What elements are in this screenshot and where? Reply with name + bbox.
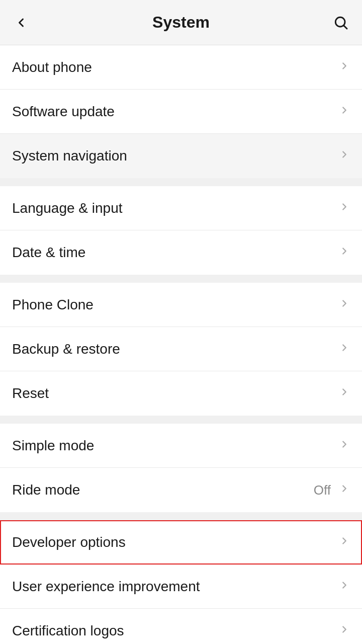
menu-label-system-navigation: System navigation xyxy=(12,148,127,164)
menu-label-user-experience: User experience improvement xyxy=(12,579,200,595)
menu-label-certification-logos: Certification logos xyxy=(12,623,124,639)
chevron-icon-software-update xyxy=(339,105,350,119)
menu-item-certification-logos[interactable]: Certification logos xyxy=(0,609,362,644)
divider-2 xyxy=(0,275,362,283)
menu-item-phone-clone[interactable]: Phone Clone xyxy=(0,283,362,327)
menu-label-backup-restore: Backup & restore xyxy=(12,341,120,357)
chevron-icon-phone-clone xyxy=(339,298,350,312)
section-4: Simple mode Ride mode Off xyxy=(0,424,362,512)
menu-label-language-input: Language & input xyxy=(12,200,123,216)
chevron-icon-backup-restore xyxy=(339,342,350,356)
menu-label-date-time: Date & time xyxy=(12,245,85,261)
chevron-icon-developer-options xyxy=(339,535,350,549)
menu-item-system-navigation[interactable]: System navigation xyxy=(0,134,362,178)
menu-label-software-update: Software update xyxy=(12,104,115,120)
chevron-icon-reset xyxy=(339,386,350,400)
menu-item-reset[interactable]: Reset xyxy=(0,371,362,416)
menu-label-ride-mode: Ride mode xyxy=(12,482,80,498)
menu-item-software-update[interactable]: Software update xyxy=(0,90,362,134)
chevron-icon-system-navigation xyxy=(339,149,350,163)
back-button[interactable] xyxy=(10,12,32,34)
menu-item-date-time[interactable]: Date & time xyxy=(0,230,362,275)
menu-item-about-phone[interactable]: About phone xyxy=(0,45,362,90)
chevron-icon-date-time xyxy=(339,246,350,260)
menu-item-ride-mode[interactable]: Ride mode Off xyxy=(0,468,362,512)
menu-item-backup-restore[interactable]: Backup & restore xyxy=(0,327,362,371)
section-3: Phone Clone Backup & restore xyxy=(0,283,362,416)
section-2: Language & input Date & time xyxy=(0,186,362,275)
menu-item-simple-mode[interactable]: Simple mode xyxy=(0,424,362,468)
chevron-icon-ride-mode xyxy=(339,483,350,497)
svg-line-1 xyxy=(344,26,347,29)
search-button[interactable] xyxy=(330,12,352,34)
menu-label-about-phone: About phone xyxy=(12,59,92,75)
menu-item-developer-options[interactable]: Developer options xyxy=(0,520,362,565)
ride-mode-value: Off xyxy=(314,482,331,498)
menu-item-language-input[interactable]: Language & input xyxy=(0,186,362,230)
page-title: System xyxy=(152,13,210,32)
chevron-icon-certification-logos xyxy=(339,624,350,638)
menu-label-developer-options: Developer options xyxy=(12,534,126,550)
chevron-icon-user-experience xyxy=(339,580,350,594)
chevron-icon-about-phone xyxy=(339,60,350,74)
divider-3 xyxy=(0,416,362,424)
app-container: System About phone Software u xyxy=(0,0,362,644)
divider-4 xyxy=(0,512,362,520)
menu-label-phone-clone: Phone Clone xyxy=(12,297,94,313)
chevron-icon-language-input xyxy=(339,201,350,215)
section-1: About phone Software update xyxy=(0,45,362,178)
menu-label-simple-mode: Simple mode xyxy=(12,438,94,454)
chevron-icon-simple-mode xyxy=(339,439,350,453)
menu-label-reset: Reset xyxy=(12,385,49,401)
divider-1 xyxy=(0,178,362,186)
menu-item-user-experience[interactable]: User experience improvement xyxy=(0,565,362,609)
header: System xyxy=(0,0,362,45)
section-5: Developer options User experience improv… xyxy=(0,520,362,644)
